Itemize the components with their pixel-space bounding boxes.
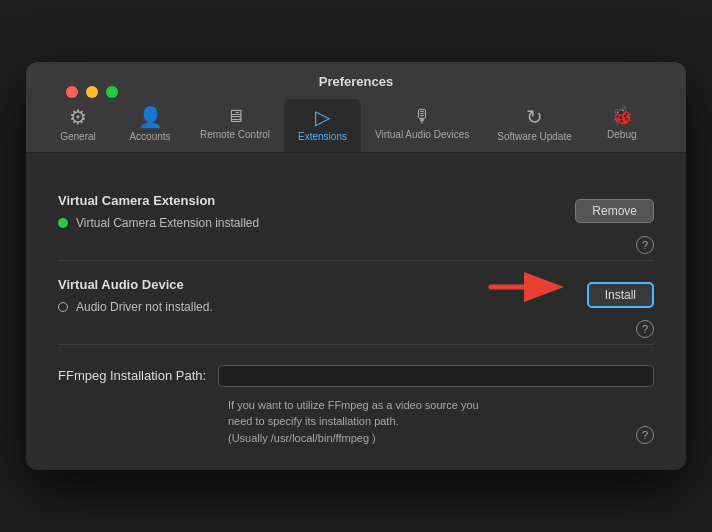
arrow-annotation — [486, 267, 566, 307]
virtual-camera-section: Virtual Camera Extension Virtual Camera … — [58, 177, 654, 261]
ffmpeg-desc-line1: If you want to utilize FFmpeg as a video… — [228, 399, 479, 411]
traffic-lights — [66, 86, 118, 98]
ffmpeg-label: FFmpeg Installation Path: — [58, 368, 206, 383]
close-button[interactable] — [66, 86, 78, 98]
tab-remote-control[interactable]: 🖥 Remote Control — [186, 99, 284, 152]
maximize-button[interactable] — [106, 86, 118, 98]
gear-icon: ⚙ — [69, 107, 87, 127]
virtual-camera-row: Virtual Camera Extension Virtual Camera … — [58, 177, 654, 230]
tab-accounts[interactable]: 👤 Accounts — [114, 99, 186, 152]
preferences-window: Preferences ⚙ General 👤 Accounts 🖥 Remot… — [26, 62, 686, 471]
virtual-audio-row: Virtual Audio Device Audio Driver not in… — [58, 261, 654, 314]
debug-icon: 🐞 — [611, 107, 633, 125]
toolbar: ⚙ General 👤 Accounts 🖥 Remote Control ▷ … — [42, 99, 670, 152]
virtual-audio-status: Audio Driver not installed. — [76, 300, 213, 314]
tab-general-label: General — [60, 131, 96, 142]
ffmpeg-desc-row: If you want to utilize FFmpeg as a video… — [58, 397, 654, 447]
titlebar: Preferences ⚙ General 👤 Accounts 🖥 Remot… — [26, 62, 686, 153]
ffmpeg-description: If you want to utilize FFmpeg as a video… — [58, 397, 479, 447]
ffmpeg-path-input[interactable] — [218, 365, 654, 387]
tab-debug[interactable]: 🐞 Debug — [586, 99, 658, 152]
virtual-audio-help-row: ? — [58, 314, 654, 344]
virtual-camera-title: Virtual Camera Extension — [58, 193, 259, 208]
extensions-icon: ▷ — [315, 107, 330, 127]
virtual-audio-title: Virtual Audio Device — [58, 277, 213, 292]
virtual-camera-status-row: Virtual Camera Extension installed — [58, 216, 259, 230]
monitor-icon: 🖥 — [226, 107, 244, 125]
ffmpeg-section: FFmpeg Installation Path: If you want to… — [58, 345, 654, 447]
microphone-icon: 🎙 — [413, 107, 431, 125]
update-icon: ↻ — [526, 107, 543, 127]
not-installed-dot — [58, 302, 68, 312]
window-title: Preferences — [319, 74, 393, 89]
tab-virtual-audio-devices-label: Virtual Audio Devices — [375, 129, 469, 140]
virtual-audio-section: Virtual Audio Device Audio Driver not in… — [58, 261, 654, 345]
virtual-audio-left: Virtual Audio Device Audio Driver not in… — [58, 277, 213, 314]
tab-remote-control-label: Remote Control — [200, 129, 270, 140]
ffmpeg-row: FFmpeg Installation Path: — [58, 365, 654, 387]
virtual-camera-help-row: ? — [58, 230, 654, 260]
tab-accounts-label: Accounts — [129, 131, 170, 142]
virtual-camera-status: Virtual Camera Extension installed — [76, 216, 259, 230]
content-area: Virtual Camera Extension Virtual Camera … — [26, 153, 686, 471]
tab-extensions-label: Extensions — [298, 131, 347, 142]
ffmpeg-desc-line2: need to specify its installation path. — [228, 415, 399, 427]
ffmpeg-desc-line3: (Usually /usr/local/bin/ffmpeg ) — [228, 432, 376, 444]
tab-virtual-audio-devices[interactable]: 🎙 Virtual Audio Devices — [361, 99, 483, 152]
tab-debug-label: Debug — [607, 129, 636, 140]
minimize-button[interactable] — [86, 86, 98, 98]
remove-button[interactable]: Remove — [575, 199, 654, 223]
person-icon: 👤 — [138, 107, 163, 127]
tab-software-update-label: Software Update — [497, 131, 572, 142]
tab-general[interactable]: ⚙ General — [42, 99, 114, 152]
virtual-camera-left: Virtual Camera Extension Virtual Camera … — [58, 193, 259, 230]
tab-extensions[interactable]: ▷ Extensions — [284, 99, 361, 152]
install-button[interactable]: Install — [587, 282, 654, 308]
virtual-camera-help-icon[interactable]: ? — [636, 236, 654, 254]
virtual-audio-status-row: Audio Driver not installed. — [58, 300, 213, 314]
ffmpeg-help-icon[interactable]: ? — [636, 426, 654, 444]
installed-dot — [58, 218, 68, 228]
virtual-audio-help-icon[interactable]: ? — [636, 320, 654, 338]
tab-software-update[interactable]: ↻ Software Update — [483, 99, 586, 152]
